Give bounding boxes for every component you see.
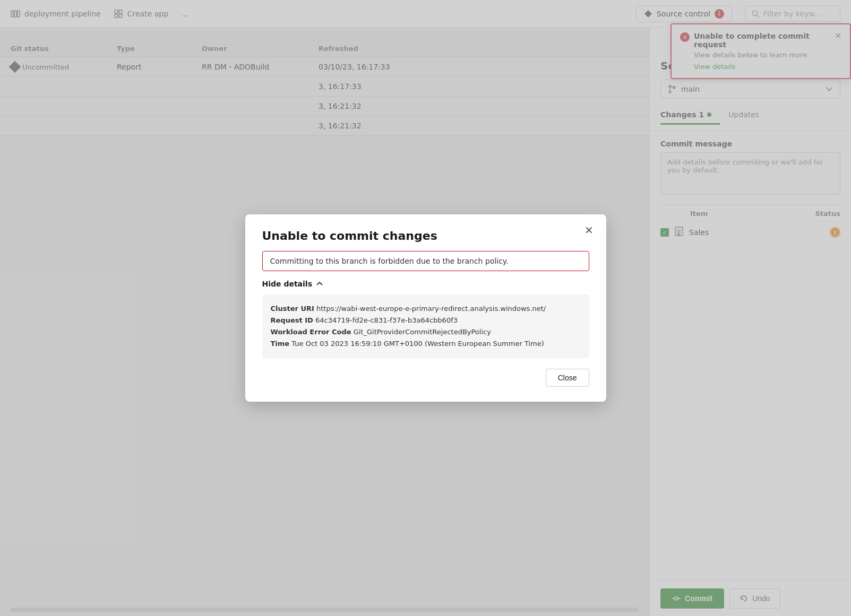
- modal-overlay: Unable to commit changes ✕ Committing to…: [0, 28, 649, 616]
- hide-details-label: Hide details: [262, 280, 313, 288]
- close-button[interactable]: Close: [546, 369, 589, 387]
- table-area: Git status Type Owner Refreshed Uncommit…: [0, 28, 649, 616]
- hide-details-toggle[interactable]: Hide details: [262, 280, 589, 288]
- modal-footer: Close: [262, 369, 589, 387]
- request-id-value: 64c34719-fd2e-c831-f37e-b3a64cbb60f3: [315, 316, 458, 324]
- main-area: Git status Type Owner Refreshed Uncommit…: [0, 28, 851, 616]
- workload-error-label: Workload Error Code: [271, 328, 351, 336]
- workload-error-row: Workload Error Code Git_GitProviderCommi…: [271, 326, 581, 338]
- error-message-text: Committing to this branch is forbidden d…: [270, 257, 509, 265]
- cluster-uri-row: Cluster URI https://wabi-west-europe-e-p…: [271, 303, 581, 315]
- time-row: Time Tue Oct 03 2023 16:59:10 GMT+0100 (…: [271, 338, 581, 350]
- details-box: Cluster URI https://wabi-west-europe-e-p…: [262, 294, 589, 358]
- error-message-box: Committing to this branch is forbidden d…: [262, 251, 589, 271]
- workload-error-value: Git_GitProviderCommitRejectedByPolicy: [354, 328, 491, 336]
- chevron-up-icon: [315, 280, 324, 288]
- cluster-uri-label: Cluster URI: [271, 305, 314, 313]
- request-id-label: Request ID: [271, 316, 313, 324]
- modal-dialog: Unable to commit changes ✕ Committing to…: [245, 214, 606, 402]
- modal-close-button[interactable]: ✕: [584, 225, 594, 236]
- cluster-uri-value: https://wabi-west-europe-e-primary-redir…: [316, 305, 546, 313]
- modal-title: Unable to commit changes: [262, 229, 589, 242]
- time-label: Time: [271, 340, 290, 348]
- time-value: Tue Oct 03 2023 16:59:10 GMT+0100 (Weste…: [291, 340, 544, 348]
- request-id-row: Request ID 64c34719-fd2e-c831-f37e-b3a64…: [271, 315, 581, 326]
